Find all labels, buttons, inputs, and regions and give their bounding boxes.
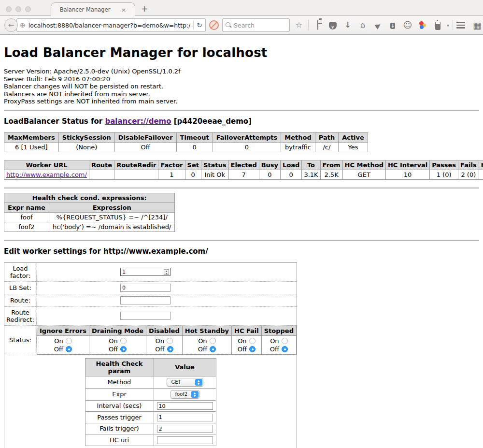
field-label: Route Redirect: [4,306,37,325]
toolbar-divider [308,20,309,30]
minimize-window-button[interactable] [15,6,21,12]
radio-off[interactable] [249,346,256,352]
home-icon[interactable]: ⌂ [357,20,369,30]
form-row-route: Route: [4,294,297,306]
expr-select[interactable]: foof2▲▼ [170,390,199,399]
route-input[interactable] [120,296,170,304]
hc-param-label: Fails trigger) [85,423,154,434]
table-title-row: Health check cond. expressions: [4,193,175,202]
menu-icon[interactable] [456,22,468,29]
search-bar[interactable] [222,18,290,32]
search-icon [226,22,231,28]
window-controls [6,6,31,12]
passes-input[interactable] [157,414,213,421]
data-cell: 0 [213,142,281,152]
balancer-link[interactable]: balancer://demo [105,117,171,126]
radio-label: On [238,337,246,345]
tab-groups-icon[interactable]: ▦ [471,20,483,30]
header-cell: Expression [49,202,175,212]
table-header-row: Worker URL Route RouteRedir Factor Set S… [4,160,483,170]
form-row-status: Status: Ignore Errors Draining Mode Disa… [4,325,297,355]
data-cell: 3.1K [302,170,320,179]
radio-on[interactable] [282,338,288,344]
fails-input[interactable] [157,425,213,433]
data-cell [89,170,114,179]
bookmark-star-icon[interactable]: ☆ [293,20,305,30]
load-factor-input[interactable] [120,268,170,276]
radio-on[interactable] [120,338,127,344]
hc-row-expr: Expr foof2▲▼ [85,388,216,400]
overflow-caret-icon[interactable]: ▾ [447,23,449,28]
tab-close-icon[interactable]: × [121,7,126,13]
tab-balancer-manager[interactable]: Balancer Manager × [51,2,135,16]
colored-dots-icon[interactable] [417,21,428,29]
search-input[interactable] [234,22,286,29]
data-cell: Init Ok [201,170,228,179]
pocket-icon[interactable] [327,21,339,29]
expr-name-cell: foof2 [4,222,49,231]
close-window-button[interactable] [6,6,12,12]
zoom-window-button[interactable] [25,6,31,12]
downloads-icon[interactable]: ↓ [342,20,354,30]
expr-name-cell: foof [4,212,49,222]
radio-on[interactable] [167,338,173,344]
radio-row: On Off On Off On Off [37,335,297,354]
back-button[interactable]: ← [4,18,18,32]
status-cell: Ignore Errors Draining Mode Disabled Hot… [37,325,297,355]
radio-off[interactable] [120,346,127,352]
radio-on[interactable] [66,338,72,344]
field-label: Load factor: [4,262,37,281]
reading-list-icon[interactable] [312,20,324,30]
info-line: ProxyPass settings are NOT inherited fro… [4,98,479,105]
url-bar[interactable]: ⊕ ↻ [16,18,206,32]
header-cell: Factor [158,160,185,170]
hc-value-cell [154,434,216,446]
field-value-cell [37,306,297,325]
radio-on[interactable] [210,338,216,344]
header-cell: Value [154,358,216,376]
form-row-route-redirect: Route Redirect: [4,306,297,325]
worker-url-link[interactable]: http://www.example.com/ [6,171,87,178]
number-spinner-icon[interactable]: ▴▾ [164,269,169,275]
hc-expressions-title: Health check cond. expressions: [4,193,175,202]
reload-icon[interactable]: ↻ [197,21,202,29]
radio-label: Off [270,345,279,353]
hc-param-label: Passes trigger [85,412,154,423]
adblock-icon[interactable] [209,20,219,30]
header-cell: Disabled [146,326,183,335]
lb-set-input[interactable] [120,284,170,292]
field-label: Route: [4,294,37,306]
radio-label: Off [198,345,207,353]
radio-off[interactable] [210,346,216,352]
smiley-icon[interactable]: ☺ [402,20,413,30]
table-row: 6 [1 Used] (None) Off 0 0 bytraffic /c/ … [4,142,368,152]
expression-cell: %{REQUEST_STATUS} =~ /^[234]/ [49,212,175,222]
info-line: Balancer changes will NOT be persisted o… [4,83,479,90]
hc-value-cell [154,423,216,434]
battery-icon[interactable] [432,21,443,30]
radio-off[interactable] [282,346,288,352]
method-select[interactable]: GET▲▼ [167,378,203,387]
field-label: Status: [4,325,37,355]
route-redirect-input[interactable] [120,312,170,320]
tab-bar: Balancer Manager × + [0,0,483,16]
radio-off[interactable] [66,346,72,352]
save-to-device-icon[interactable]: ↓ [387,20,398,30]
header-cell: Set [185,160,201,170]
hc-uri-input[interactable] [157,436,213,444]
interval-input[interactable] [157,402,213,410]
send-icon[interactable]: ▶ [372,20,384,30]
data-cell: 7 [228,170,259,179]
url-input[interactable] [28,22,191,29]
health-check-cell: Health Check param Value Method GET▲▼ Ex [4,355,297,448]
radio-off[interactable] [167,346,173,352]
new-tab-button[interactable]: + [141,4,148,14]
hc-param-label: Interval (secs) [85,400,154,412]
header-cell: DisableFailover [114,132,176,142]
data-cell: 10 [385,170,429,179]
radio-on[interactable] [249,338,256,344]
hc-row-fails: Fails trigger) [85,423,216,434]
data-cell: 1 (0) [430,170,458,179]
expression-cell: hc('body') =~ /domain is established/ [49,222,175,231]
worker-status-table: Worker URL Route RouteRedir Factor Set S… [4,160,483,180]
